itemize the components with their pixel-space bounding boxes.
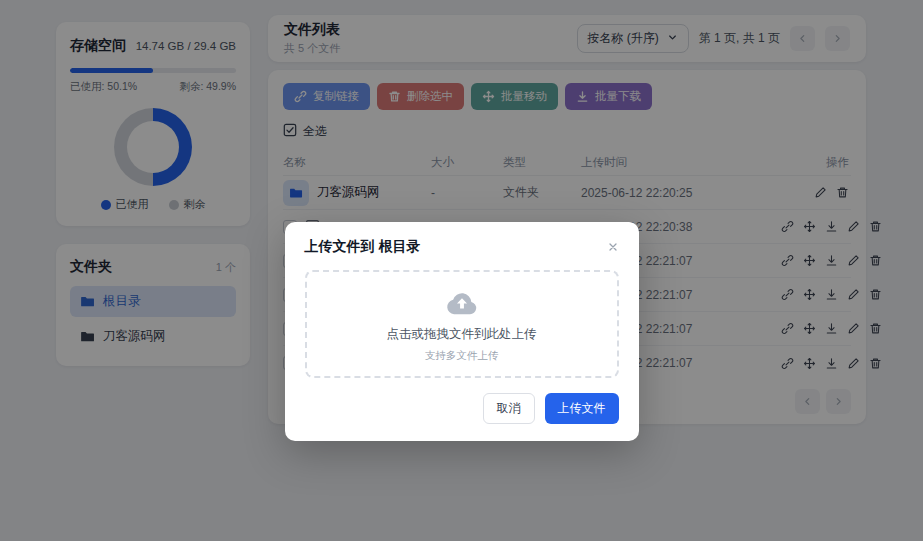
upload-modal-header: 上传文件到 根目录: [285, 222, 639, 262]
cancel-button[interactable]: 取消: [483, 393, 535, 424]
cloud-upload-icon: [444, 301, 480, 318]
upload-modal-title: 上传文件到 根目录: [305, 238, 421, 256]
dropzone-main-text: 点击或拖拽文件到此处上传: [307, 326, 617, 343]
dropzone-sub-text: 支持多文件上传: [307, 349, 617, 363]
close-icon: [607, 241, 619, 253]
upload-confirm-button[interactable]: 上传文件: [545, 393, 619, 424]
modal-close-button[interactable]: [607, 241, 619, 253]
upload-modal-footer: 取消 上传文件: [285, 378, 639, 441]
upload-modal: 上传文件到 根目录 点击或拖拽文件到此处上传 支持多文件上传 取消 上传文件: [285, 222, 639, 441]
cloud-upload-icon: [444, 287, 480, 315]
upload-dropzone[interactable]: 点击或拖拽文件到此处上传 支持多文件上传: [305, 270, 619, 378]
